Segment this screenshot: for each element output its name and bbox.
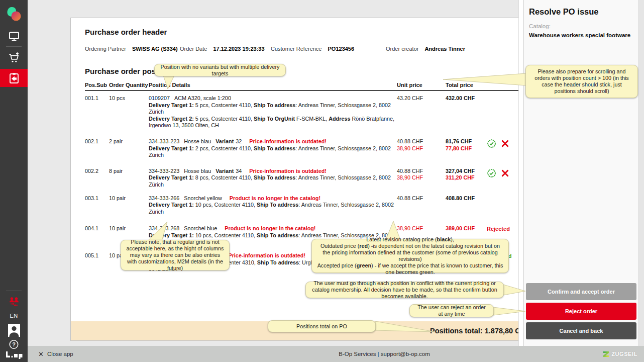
- order-quantity: 10 pair: [109, 195, 149, 216]
- position-warning: Price-information is outdated!: [249, 138, 327, 144]
- sidebar-divider: [6, 291, 22, 291]
- position-row: 003.110 pair334-333-266Snorchel yellowPr…: [85, 195, 525, 216]
- order-quantity: 8 pair: [109, 168, 149, 189]
- bop-logo: [0, 351, 28, 359]
- panel-title: Resolve PO issue: [529, 7, 644, 17]
- sidebar-item-cart[interactable]: [0, 49, 28, 66]
- sidebar-item-desktop[interactable]: [0, 28, 28, 44]
- position-row: 002.28 pair334-333-223Hosse blauVariant3…: [85, 168, 525, 189]
- note-positions-total: Positions total on PO: [268, 320, 376, 332]
- zugseil-icon: [602, 350, 610, 358]
- col-order-quantity: Order Quantity: [109, 82, 149, 88]
- position-warning: Product is no longer in the catalog!: [225, 225, 315, 231]
- close-icon: ✕: [38, 350, 44, 358]
- sidebar: EN ?: [0, 0, 28, 362]
- note-no-grid: Please note, that a regular grid is not …: [121, 240, 230, 270]
- col-position-details: Position Details: [149, 82, 397, 88]
- positions-table-header: Pos.Sub Order Quantity Position Details …: [85, 82, 525, 91]
- position-number: 004.1: [85, 225, 109, 246]
- field-ordering-partner: Ordering PartnerSWISS AG (S334): [85, 46, 178, 52]
- po-header-fields: Ordering PartnerSWISS AG (S334) Order Da…: [71, 46, 538, 53]
- note-multi-delivery: Position with no variants but with multi…: [154, 64, 286, 76]
- position-row: 002.12 pair334-333-223Hosse blauVariant3…: [85, 138, 525, 159]
- field-customer-reference: Customer ReferencePO123456: [271, 46, 354, 52]
- note-price-colors: Latest revision catalog price (black),Ou…: [311, 239, 509, 273]
- logo-icon: [6, 7, 22, 24]
- col-total-price: Total price: [446, 82, 487, 88]
- panel-scrollbar-track[interactable]: [638, 0, 644, 346]
- cancel-and-back-button[interactable]: Cancel and back: [526, 322, 636, 339]
- app-window: EN ? Purchase orde: [0, 0, 644, 362]
- position-details: 334-333-266Snorchel yellowProduct is no …: [149, 195, 397, 216]
- total-price: 408.80 CHF: [446, 195, 487, 216]
- reject-order-button[interactable]: Reject order: [526, 303, 636, 320]
- help-button[interactable]: ?: [0, 339, 28, 350]
- help-icon: ?: [9, 339, 19, 350]
- resolve-panel: Resolve PO issue Catalog: Warehouse work…: [523, 0, 644, 346]
- unit-price: 40.88 CHF: [397, 195, 446, 216]
- zugseil-brand: ZUGSEIL: [602, 350, 637, 358]
- reject-position-icon[interactable]: [500, 168, 510, 178]
- sidebar-divider: [6, 46, 22, 47]
- positions-total-value: Positions total: 1.878,80 CHF: [430, 327, 530, 335]
- po-positions-title: Purchase order positions: [85, 67, 538, 75]
- unit-price: 40.88 CHF38,90 CHF: [397, 138, 446, 159]
- user-avatar[interactable]: [0, 323, 28, 337]
- status-badge: Rejected: [487, 226, 510, 233]
- svg-text:?: ?: [12, 341, 16, 347]
- sidebar-item-switch-partner[interactable]: [0, 296, 28, 308]
- note-conflict: The user must go through each position i…: [305, 282, 504, 298]
- note-reject-any-time: The user can reject an order at any time: [409, 304, 494, 317]
- confirm-accept-order-button[interactable]: Confirm and accept order: [526, 283, 636, 300]
- status-bar: ✕ Close app B-Op Services | support@b-op…: [28, 346, 644, 362]
- sidebar-item-po-inbox-active[interactable]: [0, 69, 28, 87]
- reject-position-icon[interactable]: [500, 139, 510, 148]
- position-warning: Price-information is outdated!: [228, 252, 305, 258]
- approve-position-icon[interactable]: [487, 139, 496, 148]
- position-number: 002.1: [85, 138, 109, 159]
- catalog-label: Catalog:: [529, 23, 644, 29]
- order-quantity: 2 pair: [109, 138, 149, 159]
- field-order-creator: Order creatorAndreas Tinner: [386, 46, 465, 52]
- catalog-value: Warehouse workers special footware: [529, 32, 639, 38]
- main-scrollbar-track[interactable]: [518, 0, 523, 346]
- field-order-date: Order Date17.12.2023 19:23:33: [180, 46, 265, 52]
- position-warning: Product is no longer in the catalog!: [230, 195, 320, 201]
- position-number: 005.1: [85, 252, 109, 273]
- language-switch[interactable]: EN: [0, 311, 28, 320]
- unit-price: 40.88 CHF38,90 CHF: [397, 168, 446, 189]
- position-number: 001.1: [85, 95, 109, 129]
- people-swap-icon: [8, 297, 20, 307]
- order-quantity: 10 pcs: [109, 95, 149, 129]
- support-info: B-Op Services | support@b-op.com: [314, 351, 455, 357]
- unit-price: 43.20 CHF: [397, 95, 446, 129]
- position-details: 334-333-223Hosse blauVariant32Price-info…: [149, 138, 397, 159]
- close-app-button[interactable]: ✕ Close app: [38, 350, 73, 358]
- position-number: 002.2: [85, 168, 109, 189]
- col-unit-price: Unit price: [397, 82, 446, 88]
- note-scrolling: Please also prepare for scrolling and or…: [525, 65, 638, 98]
- position-warning: Price-information is outdated!: [249, 168, 327, 174]
- col-pos-sub: Pos.Sub: [85, 82, 109, 88]
- approve-position-icon[interactable]: [487, 168, 496, 178]
- cart-plus-icon: [8, 51, 21, 64]
- total-price: 81,76 CHF77,80 CHF: [446, 138, 487, 159]
- total-price: 327,04 CHF311,20 CHF: [446, 168, 487, 189]
- clipboard-return-icon: [8, 72, 20, 84]
- position-row: 001.110 pcs0109207ACM A320, scale 1:200D…: [85, 95, 525, 129]
- avatar-icon: [8, 324, 20, 337]
- po-header-title: Purchase order header: [85, 28, 538, 36]
- position-number: 003.1: [85, 195, 109, 216]
- bop-logo-icon: [6, 351, 23, 359]
- monitor-icon: [8, 30, 20, 42]
- position-details: 334-333-223Hosse blauVariant34Price-info…: [149, 168, 397, 189]
- app-logo: [0, 5, 28, 25]
- position-details: 0109207ACM A320, scale 1:200Delivery Tar…: [149, 95, 397, 129]
- total-price: 432.00 CHF: [446, 95, 487, 129]
